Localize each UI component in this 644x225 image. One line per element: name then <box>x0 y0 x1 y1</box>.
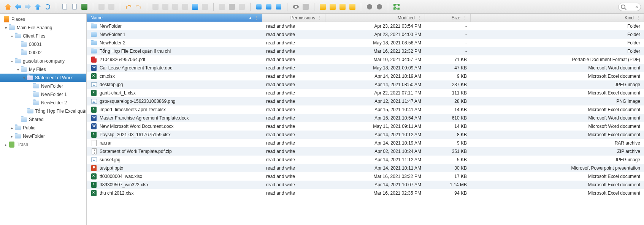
view-list-button[interactable] <box>264 2 274 12</box>
file-type-icon <box>90 90 97 96</box>
column-modified[interactable]: Modified ⋮ <box>325 14 425 22</box>
column-grip-icon[interactable]: ⋮ <box>463 15 466 20</box>
file-row[interactable]: Tổng Hợp File Excel quản lí thu chiread … <box>87 47 644 55</box>
copy2-button[interactable] <box>160 2 170 12</box>
select-none-button[interactable] <box>217 2 227 12</box>
undo-icon <box>125 4 132 9</box>
file-row[interactable]: desktop.jpgread and writeApr 14, 2021 08… <box>87 80 644 89</box>
file-row[interactable]: NewFolder 2read and writeMay 18, 2021 08… <box>87 39 644 47</box>
column-name[interactable]: Name ▲ ⋮ <box>87 14 262 22</box>
tree-item[interactable]: My Files <box>0 65 86 74</box>
file-row[interactable]: import_timesheets april_test.xlsxread an… <box>87 105 644 114</box>
twisty-icon[interactable] <box>3 143 8 147</box>
cut-button[interactable] <box>151 2 160 12</box>
column-size[interactable]: Size ⋮ <box>425 14 471 22</box>
file-row[interactable]: tf00000004_wac.xlsxread and writeMar 16,… <box>87 172 644 181</box>
trash-item[interactable]: Trash <box>0 140 86 149</box>
tree-item[interactable]: 00002 <box>0 49 86 57</box>
back-icon <box>15 4 21 10</box>
view-cols-button[interactable] <box>274 2 284 12</box>
undo-button[interactable] <box>124 2 133 12</box>
duplicate-button[interactable] <box>180 2 190 12</box>
arrange-button[interactable] <box>318 2 328 12</box>
back-button[interactable] <box>13 2 23 12</box>
tree-item[interactable]: Statement of Work <box>0 74 86 82</box>
folder-icon <box>21 50 27 56</box>
forward-button[interactable] <box>23 2 33 12</box>
twisty-icon[interactable] <box>21 76 27 80</box>
file-row[interactable]: Car Lease Agreement Template.docread and… <box>87 64 644 72</box>
twisty-icon[interactable] <box>3 26 8 30</box>
tree-item[interactable]: NewFolder 1 <box>0 90 86 99</box>
column-permissions[interactable]: Permissions ⋮ <box>262 14 325 22</box>
copy-button[interactable] <box>97 2 106 12</box>
preview-button[interactable] <box>291 2 301 12</box>
refresh-button[interactable] <box>43 2 52 12</box>
home-button[interactable] <box>3 2 13 12</box>
twisty-icon[interactable] <box>9 134 14 138</box>
file-row[interactable]: NewFolderread and writeApr 23, 2021 03:5… <box>87 22 644 30</box>
file-row[interactable]: gsts-squarelogo-1562331008869.pngread an… <box>87 97 644 105</box>
tree-item[interactable]: NewFolder <box>0 132 86 140</box>
file-row[interactable]: Payslip_2021-03_1617675159.xlsxread and … <box>87 131 644 139</box>
file-row[interactable]: New Microsoft Word Document.docxread and… <box>87 122 644 131</box>
file-permissions: read and write <box>266 57 295 62</box>
file-row[interactable]: thu chi 2012.xlsxread and writeMar 16, 2… <box>87 189 644 197</box>
search-close-icon[interactable]: × <box>635 4 638 9</box>
file-list[interactable]: NewFolderread and writeApr 23, 2021 03:5… <box>87 22 644 225</box>
file-row[interactable]: cm.xlsxread and writeApr 14, 2021 10:19 … <box>87 72 644 80</box>
column-grip-icon[interactable]: ⋮ <box>417 15 421 20</box>
info-button[interactable] <box>301 2 311 12</box>
fullscreen-button[interactable] <box>392 2 401 12</box>
view-icons-button[interactable] <box>254 2 264 12</box>
tree-item[interactable]: Tổng Hợp File Excel quản lí thu chi <box>0 107 86 115</box>
redo-button[interactable] <box>133 2 143 12</box>
tree-item[interactable]: NewFolder 2 <box>0 99 86 107</box>
file-modified: Apr 14, 2021 10:19 AM <box>374 74 421 79</box>
tree-item[interactable]: 00001 <box>0 40 86 49</box>
column-grip-icon[interactable]: ⋮ <box>317 15 321 20</box>
new-file-button[interactable] <box>70 2 79 12</box>
grid-button[interactable] <box>338 2 347 12</box>
column-kind[interactable]: Kind ⋮ <box>471 14 644 22</box>
twisty-icon[interactable] <box>15 68 21 72</box>
new-window-button[interactable] <box>60 2 70 12</box>
rename-button[interactable] <box>190 2 200 12</box>
paste2-button[interactable] <box>170 2 180 12</box>
select-all-button[interactable] <box>227 2 237 12</box>
paste-button[interactable] <box>106 2 116 12</box>
tree-item[interactable]: Shared <box>0 115 86 124</box>
file-row[interactable]: Statement of Work Template.pdf.zipread a… <box>87 147 644 156</box>
tree-item[interactable]: Main File Sharing <box>0 24 86 32</box>
help-button[interactable] <box>374 2 384 12</box>
search-box[interactable]: × <box>618 3 641 11</box>
file-size: 8 KB <box>457 132 467 137</box>
tree-item[interactable]: Client Files <box>0 32 86 40</box>
file-row[interactable]: tf89309507_win322.xlsxread and writeApr … <box>87 181 644 189</box>
file-row[interactable]: gantt-chart_L.xlsxread and writeApr 22, … <box>87 89 644 97</box>
twisty-icon[interactable] <box>9 126 14 130</box>
column-grip-icon[interactable]: ⋮ <box>636 15 640 20</box>
file-row[interactable]: sunset.jpgread and writeApr 14, 2021 11:… <box>87 156 644 164</box>
options-button[interactable] <box>347 2 357 12</box>
file-kind: PNG Image <box>616 99 640 104</box>
column-permissions-label: Permissions <box>290 15 315 20</box>
select-invert-button[interactable] <box>237 2 247 12</box>
tree-item[interactable]: gtssolution-company <box>0 57 86 65</box>
delete-button[interactable] <box>200 2 210 12</box>
file-row[interactable]: rar.rarread and writeApr 14, 2021 10:19 … <box>87 139 644 147</box>
file-row[interactable]: NewFolder 1read and writeApr 23, 2021 04… <box>87 30 644 39</box>
file-row[interactable]: Master Franchise Agreement Template.docx… <box>87 114 644 122</box>
save-button[interactable] <box>79 2 89 12</box>
tree-item[interactable]: Public <box>0 124 86 132</box>
twisty-icon[interactable] <box>9 34 14 38</box>
tree-item[interactable]: NewFolder <box>0 82 86 90</box>
sort-button[interactable] <box>328 2 338 12</box>
gear-icon <box>367 4 372 9</box>
settings-button[interactable] <box>365 2 374 12</box>
up-button[interactable] <box>33 2 43 12</box>
file-row[interactable]: testppt.pptxread and writeApr 14, 2021 1… <box>87 164 644 172</box>
column-grip-icon[interactable]: ⋮ <box>254 15 258 20</box>
file-row[interactable]: 210498264957064.pdfread and writeMar 10,… <box>87 55 644 64</box>
twisty-icon[interactable] <box>9 59 14 63</box>
